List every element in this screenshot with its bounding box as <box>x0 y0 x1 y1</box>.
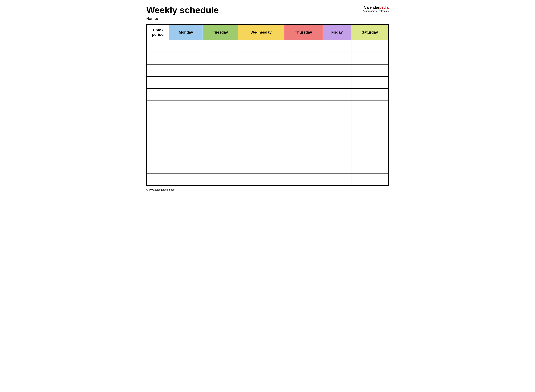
header-tuesday: Tuesday <box>203 25 238 40</box>
cell-friday[interactable] <box>323 137 351 149</box>
cell-saturday[interactable] <box>351 137 389 149</box>
cell-friday[interactable] <box>323 113 351 125</box>
cell-wednesday[interactable] <box>238 125 284 137</box>
cell-tuesday[interactable] <box>203 76 238 89</box>
cell-wednesday[interactable] <box>238 149 284 161</box>
cell-monday[interactable] <box>169 64 203 76</box>
cell-thursday[interactable] <box>284 113 323 125</box>
time-cell[interactable] <box>146 76 169 89</box>
cell-thursday[interactable] <box>284 161 323 173</box>
time-cell[interactable] <box>146 101 169 113</box>
cell-tuesday[interactable] <box>203 161 238 173</box>
logo-section: Calendarpedia Your source for calendars <box>363 5 389 12</box>
time-cell[interactable] <box>146 52 169 64</box>
table-row <box>146 125 389 137</box>
time-cell[interactable] <box>146 89 169 101</box>
cell-thursday[interactable] <box>284 64 323 76</box>
logo-text: Calendarpedia Your source for calendars <box>363 5 389 12</box>
cell-friday[interactable] <box>323 52 351 64</box>
cell-friday[interactable] <box>323 161 351 173</box>
cell-friday[interactable] <box>323 76 351 89</box>
time-cell[interactable] <box>146 161 169 173</box>
cell-wednesday[interactable] <box>238 40 284 52</box>
header-row: Time / period Monday Tuesday Wednesday T… <box>146 25 389 40</box>
cell-tuesday[interactable] <box>203 137 238 149</box>
cell-tuesday[interactable] <box>203 125 238 137</box>
header-saturday: Saturday <box>351 25 389 40</box>
cell-saturday[interactable] <box>351 125 389 137</box>
cell-friday[interactable] <box>323 40 351 52</box>
cell-wednesday[interactable] <box>238 101 284 113</box>
cell-wednesday[interactable] <box>238 161 284 173</box>
cell-saturday[interactable] <box>351 52 389 64</box>
time-cell[interactable] <box>146 64 169 76</box>
cell-wednesday[interactable] <box>238 89 284 101</box>
cell-monday[interactable] <box>169 173 203 186</box>
title-section: Weekly schedule Name: <box>146 5 360 21</box>
name-label: Name: <box>146 16 360 21</box>
cell-tuesday[interactable] <box>203 40 238 52</box>
cell-thursday[interactable] <box>284 76 323 89</box>
table-row <box>146 89 389 101</box>
cell-monday[interactable] <box>169 113 203 125</box>
header-monday: Monday <box>169 25 203 40</box>
cell-friday[interactable] <box>323 173 351 186</box>
cell-thursday[interactable] <box>284 52 323 64</box>
table-row <box>146 64 389 76</box>
cell-monday[interactable] <box>169 52 203 64</box>
cell-monday[interactable] <box>169 76 203 89</box>
cell-monday[interactable] <box>169 161 203 173</box>
cell-saturday[interactable] <box>351 101 389 113</box>
cell-thursday[interactable] <box>284 101 323 113</box>
cell-monday[interactable] <box>169 149 203 161</box>
cell-tuesday[interactable] <box>203 89 238 101</box>
time-cell[interactable] <box>146 173 169 186</box>
cell-monday[interactable] <box>169 125 203 137</box>
cell-monday[interactable] <box>169 40 203 52</box>
cell-tuesday[interactable] <box>203 101 238 113</box>
table-row <box>146 40 389 52</box>
cell-saturday[interactable] <box>351 149 389 161</box>
cell-friday[interactable] <box>323 89 351 101</box>
logo-tagline: Your source for calendars <box>363 10 389 12</box>
cell-wednesday[interactable] <box>238 52 284 64</box>
cell-friday[interactable] <box>323 125 351 137</box>
cell-thursday[interactable] <box>284 89 323 101</box>
cell-saturday[interactable] <box>351 161 389 173</box>
cell-wednesday[interactable] <box>238 173 284 186</box>
time-cell[interactable] <box>146 40 169 52</box>
time-cell[interactable] <box>146 125 169 137</box>
cell-thursday[interactable] <box>284 137 323 149</box>
cell-wednesday[interactable] <box>238 76 284 89</box>
time-cell[interactable] <box>146 137 169 149</box>
cell-saturday[interactable] <box>351 40 389 52</box>
cell-monday[interactable] <box>169 101 203 113</box>
cell-saturday[interactable] <box>351 113 389 125</box>
cell-friday[interactable] <box>323 64 351 76</box>
cell-thursday[interactable] <box>284 125 323 137</box>
table-row <box>146 137 389 149</box>
cell-saturday[interactable] <box>351 76 389 89</box>
cell-wednesday[interactable] <box>238 64 284 76</box>
cell-monday[interactable] <box>169 137 203 149</box>
cell-wednesday[interactable] <box>238 137 284 149</box>
cell-tuesday[interactable] <box>203 173 238 186</box>
time-cell[interactable] <box>146 113 169 125</box>
time-cell[interactable] <box>146 149 169 161</box>
cell-thursday[interactable] <box>284 149 323 161</box>
logo-calendar-part: Calendar <box>364 5 379 9</box>
cell-thursday[interactable] <box>284 40 323 52</box>
cell-saturday[interactable] <box>351 173 389 186</box>
cell-saturday[interactable] <box>351 89 389 101</box>
table-row <box>146 149 389 161</box>
cell-tuesday[interactable] <box>203 64 238 76</box>
cell-tuesday[interactable] <box>203 52 238 64</box>
cell-friday[interactable] <box>323 149 351 161</box>
cell-tuesday[interactable] <box>203 113 238 125</box>
cell-thursday[interactable] <box>284 173 323 186</box>
cell-saturday[interactable] <box>351 64 389 76</box>
cell-friday[interactable] <box>323 101 351 113</box>
cell-tuesday[interactable] <box>203 149 238 161</box>
cell-monday[interactable] <box>169 89 203 101</box>
cell-wednesday[interactable] <box>238 113 284 125</box>
